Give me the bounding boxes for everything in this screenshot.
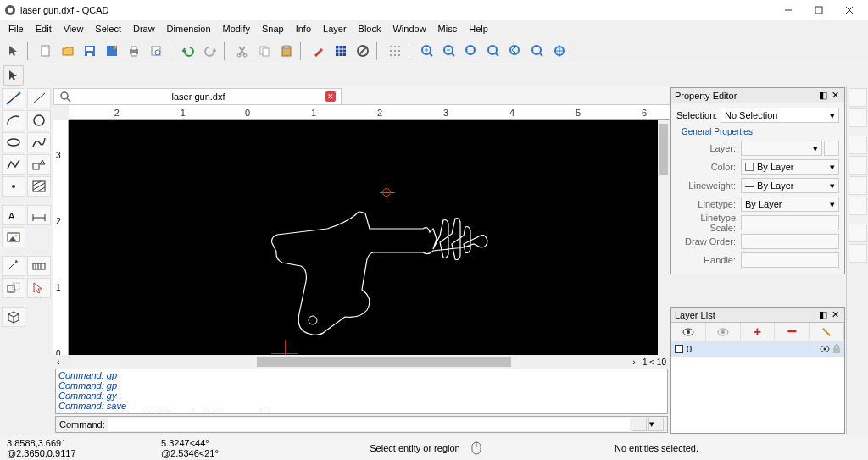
circle-tool-icon[interactable] [27,110,51,130]
select-tool-icon[interactable] [27,278,51,298]
command-input[interactable] [108,418,630,431]
menu-help[interactable]: Help [464,22,493,36]
layer-add-icon[interactable]: + [741,323,776,341]
doc-tab[interactable]: laser gun.dxf ✕ [53,88,342,104]
back-icon[interactable] [3,65,24,86]
selection-dropdown[interactable]: No Selection ▾ [721,108,839,123]
menu-misc[interactable]: Misc [433,22,463,36]
command-history-toggle[interactable] [632,418,647,431]
copy-icon[interactable] [254,41,275,61]
zoom-previous-icon[interactable] [505,41,526,61]
menu-block[interactable]: Block [353,22,387,36]
dimension-tool-icon[interactable] [27,205,51,225]
paste-icon[interactable] [276,41,297,61]
measure-tool-icon[interactable] [2,256,25,276]
vt-btn-5[interactable] [849,176,867,195]
pointer-tool-icon[interactable] [3,41,24,61]
menu-file[interactable]: File [3,22,29,36]
linetype-scale-field[interactable] [741,215,839,230]
horizontal-scrollbar[interactable]: ‹ › 1 < 10 [53,355,670,369]
line-tool-icon[interactable] [2,88,25,108]
line-angle-tool-icon[interactable] [27,88,51,108]
info-tool-icon[interactable] [27,256,51,276]
vt-btn-2[interactable] [849,108,867,127]
menu-edit[interactable]: Edit [31,22,57,36]
layer-field[interactable]: ▾ [741,141,822,156]
command-dropdown-icon[interactable]: ▾ [648,418,664,431]
menu-dimension[interactable]: Dimension [162,22,216,36]
layer-edit-icon[interactable] [810,323,844,341]
block-tool-icon[interactable] [2,307,25,327]
text-tool-icon[interactable]: A [2,205,25,225]
modify-tool-icon[interactable] [2,278,25,298]
handle-field[interactable] [741,252,839,268]
command-history[interactable]: Command: gp Command: gp Command: gy Comm… [55,369,668,414]
layer-extra-button[interactable] [824,141,839,156]
menu-select[interactable]: Select [90,22,126,36]
layer-show-all-icon[interactable] [671,323,706,341]
grid-toggle-icon[interactable] [331,41,351,61]
restrict-off-icon[interactable] [353,41,373,61]
vt-btn-1[interactable] [849,88,867,107]
panel-close-icon[interactable]: ✕ [829,90,841,102]
layer-remove-icon[interactable]: − [775,323,810,341]
panel-close-icon[interactable]: ✕ [829,309,841,321]
point-tool-icon[interactable] [2,176,25,197]
menu-snap[interactable]: Snap [257,22,289,36]
menu-info[interactable]: Info [291,22,316,36]
shape-tool-icon[interactable] [27,154,51,175]
zoom-window-icon[interactable] [527,41,548,61]
menu-layer[interactable]: Layer [318,22,352,36]
vertical-scrollbar[interactable] [658,120,670,355]
svg-point-60 [8,139,19,146]
print-icon[interactable] [124,41,144,61]
tab-close-icon[interactable]: ✕ [326,91,336,102]
layer-row[interactable]: 0 [671,341,844,357]
menu-view[interactable]: View [58,22,89,36]
image-tool-icon[interactable] [2,227,25,247]
save-as-icon[interactable] [102,41,122,61]
layer-hide-all-icon[interactable] [706,323,741,341]
zoom-in-icon[interactable] [417,41,437,61]
color-field[interactable]: By Layer▾ [741,159,839,175]
svg-point-92 [824,348,826,351]
panel-undock-icon[interactable]: ◧ [817,90,829,102]
linetype-field[interactable]: By Layer▾ [741,197,839,212]
vt-btn-4[interactable] [849,156,867,175]
polyline-tool-icon[interactable] [2,154,25,175]
arc-tool-icon[interactable] [2,110,25,130]
menu-window[interactable]: Window [387,22,431,36]
new-file-icon[interactable] [36,41,56,61]
save-file-icon[interactable] [80,41,100,61]
menu-modify[interactable]: Modify [218,22,255,36]
ellipse-tool-icon[interactable] [2,132,25,152]
menu-draw[interactable]: Draw [128,22,160,36]
spline-tool-icon[interactable] [27,132,51,152]
vt-btn-8[interactable] [849,244,867,263]
hatch-tool-icon[interactable] [27,176,51,197]
cut-icon[interactable] [232,41,253,61]
layer-visibility-icon[interactable] [820,344,830,354]
snap-grid-icon[interactable] [385,41,405,61]
pencil-icon[interactable] [309,41,329,61]
drawing-canvas[interactable] [69,120,670,355]
lineweight-field[interactable]: — By Layer▾ [741,178,839,193]
zoom-selection-icon[interactable] [483,41,504,61]
zoom-auto-icon[interactable] [461,41,481,61]
draw-order-field[interactable] [741,234,839,249]
vt-btn-6[interactable] [849,197,867,215]
close-button[interactable] [834,0,865,20]
pan-icon[interactable] [549,41,570,61]
panel-undock-icon[interactable]: ◧ [817,309,829,321]
layer-list[interactable]: 0 [671,341,844,433]
zoom-out-icon[interactable] [439,41,459,61]
redo-icon[interactable] [200,41,220,61]
layer-lock-icon[interactable] [832,344,841,354]
undo-icon[interactable] [178,41,198,61]
maximize-button[interactable] [804,0,834,20]
minimize-button[interactable] [773,0,804,20]
open-file-icon[interactable] [58,41,78,61]
print-preview-icon[interactable] [146,41,166,61]
vt-btn-7[interactable] [849,224,867,242]
vt-btn-3[interactable] [849,136,867,154]
